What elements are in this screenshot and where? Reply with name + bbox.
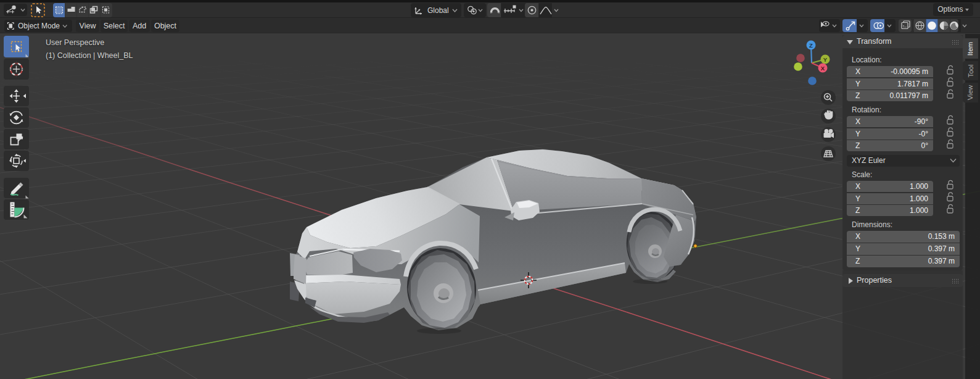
svg-text:Z: Z	[809, 42, 813, 49]
svg-text:X: X	[821, 65, 825, 72]
svg-text:Global: Global	[427, 6, 449, 15]
svg-text:Object Mode: Object Mode	[18, 22, 60, 30]
svg-text:Y: Y	[823, 56, 828, 63]
